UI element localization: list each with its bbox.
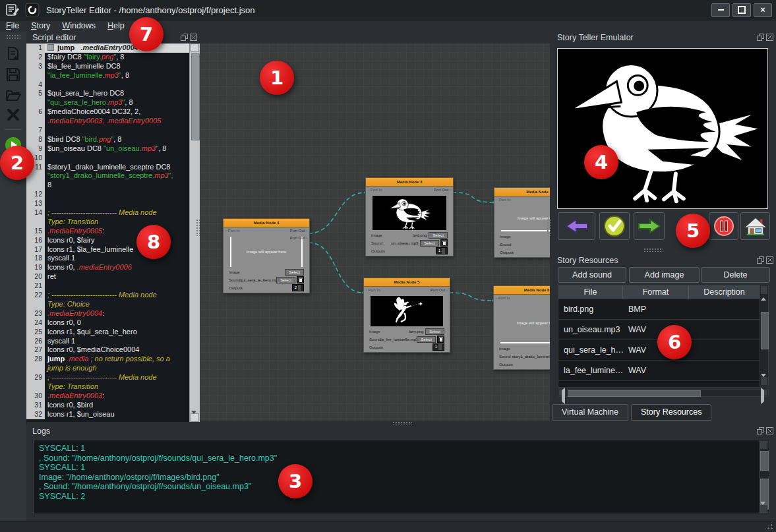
notepad-icon[interactable] — [5, 3, 20, 16]
media-node[interactable]: Media Node 4◦ Port InPort Out ◦Port Out … — [223, 218, 310, 293]
outputs-spinner[interactable]: 2 — [292, 284, 304, 291]
table-vertical-scrollbar[interactable] — [760, 285, 769, 386]
scrollbar-thumb[interactable] — [568, 390, 701, 397]
menu-item-story[interactable]: Story — [25, 21, 56, 30]
new-file-button[interactable] — [6, 46, 20, 61]
code-line[interactable]: 27lcons r0, $mediaChoice0004 — [26, 345, 190, 355]
code-line[interactable]: 12 — [26, 190, 190, 199]
node-canvas[interactable]: Media Node 4◦ Port InPort Out ◦Port Out … — [200, 43, 551, 421]
port-out[interactable]: Port Out ◦ — [290, 229, 307, 233]
pause-button[interactable] — [709, 212, 738, 240]
port-out[interactable]: Port Out ◦ — [434, 188, 451, 192]
column-header-description[interactable]: Description — [689, 285, 760, 299]
close-panel-icon[interactable] — [766, 256, 773, 264]
emulator-splitter-handle[interactable] — [643, 248, 663, 252]
select-button[interactable]: Select — [429, 232, 448, 239]
code-line[interactable]: 7 — [26, 126, 190, 135]
port-in[interactable]: ◦ Port In — [366, 288, 380, 292]
select-button[interactable]: Select — [276, 277, 295, 283]
left-splitter-handle[interactable] — [196, 219, 200, 236]
code-line[interactable]: 18syscall 1 — [26, 254, 190, 263]
scroll-right-icon[interactable] — [761, 390, 767, 396]
code-line[interactable]: 2$fairy DC8 "fairy.png", 8 — [26, 53, 190, 62]
tab-story-resources[interactable]: Story Resources — [631, 404, 711, 421]
column-header-format[interactable]: Format — [623, 285, 689, 299]
close-project-button[interactable] — [7, 108, 20, 121]
close-panel-icon[interactable] — [190, 34, 197, 41]
right-splitter-handle[interactable] — [547, 219, 551, 236]
code-line[interactable]: 29; --------------------------- Media no… — [26, 373, 190, 382]
port-in[interactable]: ◦ Port In — [496, 198, 510, 202]
media-node[interactable]: Media Node 5◦ Port InPort Out ◦Imagefair… — [363, 278, 450, 353]
next-button[interactable] — [634, 212, 665, 240]
scrollbar-thumb[interactable] — [761, 312, 769, 349]
port-out[interactable]: Port Out ◦ — [431, 288, 448, 292]
open-folder-button[interactable] — [5, 88, 21, 102]
scrollbar-thumb[interactable] — [760, 451, 769, 471]
scroll-down-icon[interactable] — [191, 413, 199, 422]
add-sound-button[interactable]: Add sound — [558, 267, 626, 283]
close-button[interactable]: × — [754, 3, 772, 17]
code-line[interactable]: 10 — [26, 154, 190, 163]
code-line[interactable]: "story1_drako_luminelle_sceptre.mp3", — [26, 171, 190, 181]
code-line[interactable]: 14; --------------------------- Media no… — [26, 208, 190, 218]
code-line[interactable]: 13 — [26, 199, 190, 208]
app-icon[interactable] — [25, 3, 40, 16]
code-line[interactable]: 23.mediaEntry0004: — [26, 309, 190, 318]
code-line[interactable]: 8$bird DC8 "bird.png", 8 — [26, 135, 190, 144]
code-line[interactable]: 3$la_fee_luminelle DC8 — [26, 62, 190, 71]
port-in[interactable]: ◦ Port In — [368, 188, 382, 192]
table-horizontal-scrollbar[interactable] — [558, 389, 769, 397]
code-line[interactable]: 4 — [26, 80, 190, 90]
menu-item-help[interactable]: Help — [102, 21, 131, 30]
back-button[interactable] — [558, 212, 595, 240]
scroll-down-icon[interactable] — [760, 505, 767, 513]
code-line[interactable]: "la_fee_luminelle.mp3", 8 — [26, 71, 190, 80]
column-header-file[interactable]: File — [558, 285, 623, 299]
port-out[interactable]: Port Out ◦ — [290, 236, 307, 240]
outputs-spinner[interactable]: 1 — [436, 247, 448, 254]
select-button[interactable]: Select — [420, 240, 439, 247]
port-in[interactable]: ◦ Port In — [225, 229, 239, 233]
media-node[interactable]: Media Node◦ Port InPort Out ◦Image will … — [494, 187, 551, 258]
close-panel-icon[interactable] — [766, 34, 773, 41]
select-button[interactable]: Select — [285, 269, 304, 276]
code-line[interactable]: 5$qui_sera_le_hero DC8 — [26, 89, 190, 98]
code-line[interactable]: 24lcons r0, 0 — [26, 318, 190, 328]
home-button[interactable] — [740, 212, 770, 240]
code-line[interactable]: 8 — [26, 181, 190, 190]
code-line[interactable]: "qui_sera_le_hero.mp3", 8 — [26, 98, 190, 107]
trash-icon[interactable] — [437, 336, 444, 343]
scroll-up-icon[interactable] — [761, 286, 767, 294]
float-panel-icon[interactable] — [757, 427, 764, 434]
code-line[interactable]: Type: Transition — [26, 382, 190, 392]
float-panel-icon[interactable] — [181, 34, 188, 41]
tab-virtual-machine[interactable]: Virtual Machine — [552, 404, 628, 421]
code-line[interactable]: 20ret — [26, 272, 190, 281]
code-line[interactable]: Type: Transition — [26, 218, 190, 227]
maximize-button[interactable] — [732, 3, 751, 17]
float-panel-icon[interactable] — [757, 256, 764, 264]
code-line[interactable]: 28jump .media ; no return possible, so a — [26, 355, 190, 364]
code-line[interactable]: 6$mediaChoice0004 DC32, 2, — [26, 107, 190, 117]
select-button[interactable]: Select — [425, 328, 444, 335]
scroll-left-icon[interactable] — [559, 390, 566, 396]
code-line[interactable]: 32lcons r1, $un_oiseau — [26, 410, 190, 419]
table-row[interactable]: fairy.pngBMP — [558, 381, 760, 388]
menu-item-file[interactable]: File — [0, 21, 25, 30]
scroll-down-icon[interactable] — [761, 377, 767, 385]
trash-icon[interactable] — [440, 239, 448, 247]
menu-item-windows[interactable]: Windows — [56, 21, 102, 30]
scroll-up-icon[interactable] — [191, 44, 199, 52]
add-image-button[interactable]: Add image — [629, 267, 700, 283]
media-node[interactable]: Media Node 3◦ Port InPort Out ◦Imagebird… — [365, 177, 454, 256]
code-line[interactable]: 30.mediaEntry0003: — [26, 392, 190, 401]
float-panel-icon[interactable] — [757, 34, 764, 41]
media-node[interactable]: Media Node 6◦ Port InPort Out ◦Image wil… — [493, 285, 551, 370]
logs-scrollbar[interactable] — [759, 440, 770, 514]
toolbar-drag-handle[interactable] — [6, 34, 20, 40]
outputs-spinner[interactable]: 1 — [433, 343, 444, 351]
code-line[interactable]: jump is enough — [26, 364, 190, 373]
resize-grip[interactable] — [763, 520, 774, 531]
save-button[interactable] — [6, 67, 20, 82]
